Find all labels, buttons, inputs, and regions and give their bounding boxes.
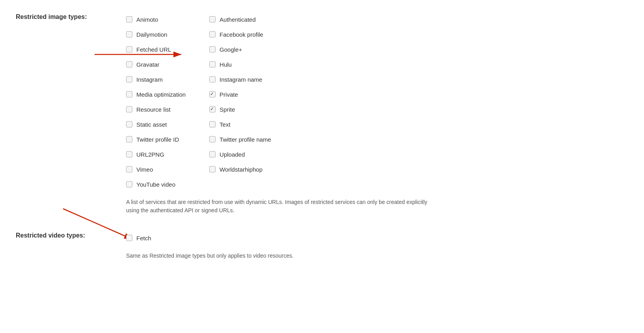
checkbox-item-vimeo: Vimeo <box>126 162 186 177</box>
checkbox-item-private: Private <box>209 87 271 102</box>
checkbox-dailymotion[interactable] <box>126 31 132 37</box>
checkbox-twitter_name[interactable] <box>209 136 216 142</box>
label-resource_list: Resource list <box>136 106 171 113</box>
label-instagram: Instagram <box>136 76 163 83</box>
checkbox-item-resource_list: Resource list <box>126 102 186 117</box>
label-gravatar: Gravatar <box>136 61 159 68</box>
label-dailymotion: Dailymotion <box>136 31 167 38</box>
checkbox-instagram[interactable] <box>126 76 132 82</box>
checkbox-gravatar[interactable] <box>126 61 132 67</box>
checkbox-item-google_plus: Google+ <box>209 42 271 57</box>
checkbox-media_opt[interactable] <box>126 91 132 97</box>
label-facebook: Facebook profile <box>220 31 263 38</box>
checkbox-item-authenticated: Authenticated <box>209 12 271 27</box>
image-col2: AuthenticatedFacebook profileGoogle+Hulu… <box>209 12 271 192</box>
label-fetch: Fetch <box>136 235 151 241</box>
label-hulu: Hulu <box>220 61 232 68</box>
label-authenticated: Authenticated <box>220 16 256 23</box>
image-checkboxes-area: AnimotoDailymotionFetched URLGravatarIns… <box>126 12 441 192</box>
checkbox-item-instagram: Instagram <box>126 72 186 87</box>
checkbox-item-uploaded: Uploaded <box>209 147 271 162</box>
checkbox-hulu[interactable] <box>209 61 216 67</box>
checkbox-sprite[interactable] <box>209 106 216 112</box>
label-text: Text <box>220 121 231 128</box>
restricted-video-section: Restricted video types: Fetch Same as Re… <box>16 230 628 260</box>
checkbox-item-dailymotion: Dailymotion <box>126 27 186 42</box>
label-animoto: Animoto <box>136 16 158 23</box>
checkbox-item-fetched_url: Fetched URL <box>126 42 186 57</box>
label-instagram_name: Instagram name <box>220 76 262 83</box>
checkbox-item-twitter_name: Twitter profile name <box>209 132 271 147</box>
checkbox-fetched_url[interactable] <box>126 46 132 52</box>
checkbox-item-gravatar: Gravatar <box>126 57 186 72</box>
checkbox-uploaded[interactable] <box>209 151 216 157</box>
checkbox-item-media_opt: Media optimization <box>126 87 186 102</box>
label-youtube: YouTube video <box>136 181 175 188</box>
checkbox-fetch[interactable] <box>126 235 132 241</box>
checkbox-item-sprite: Sprite <box>209 102 271 117</box>
checkbox-twitter_id[interactable] <box>126 136 132 142</box>
label-private: Private <box>220 91 238 98</box>
checkbox-item-instagram_name: Instagram name <box>209 72 271 87</box>
checkbox-item-text: Text <box>209 117 271 132</box>
checkbox-authenticated[interactable] <box>209 16 216 22</box>
checkbox-item-fetch: Fetch <box>126 230 294 245</box>
checkbox-vimeo[interactable] <box>126 166 132 172</box>
checkbox-item-facebook: Facebook profile <box>209 27 271 42</box>
checkbox-instagram_name[interactable] <box>209 76 216 82</box>
checkbox-item-animoto: Animoto <box>126 12 186 27</box>
restricted-image-section: Restricted image types: AnimotoDailymoti… <box>16 12 628 215</box>
label-sprite: Sprite <box>220 106 235 113</box>
label-media_opt: Media optimization <box>136 91 186 98</box>
checkbox-item-url2png: URL2PNG <box>126 147 186 162</box>
checkbox-google_plus[interactable] <box>209 46 216 52</box>
label-fetched_url: Fetched URL <box>136 46 171 53</box>
image-col1: AnimotoDailymotionFetched URLGravatarIns… <box>126 12 186 192</box>
checkbox-item-static_asset: Static asset <box>126 117 186 132</box>
checkbox-item-worldstar: Worldstarhiphop <box>209 162 271 177</box>
checkbox-item-hulu: Hulu <box>209 57 271 72</box>
checkbox-worldstar[interactable] <box>209 166 216 172</box>
label-uploaded: Uploaded <box>220 151 245 158</box>
video-col: Fetch <box>126 230 294 245</box>
label-vimeo: Vimeo <box>136 166 153 173</box>
checkbox-item-twitter_id: Twitter profile ID <box>126 132 186 147</box>
checkbox-resource_list[interactable] <box>126 106 132 112</box>
label-static_asset: Static asset <box>136 121 167 128</box>
label-twitter_id: Twitter profile ID <box>136 136 179 143</box>
checkbox-youtube[interactable] <box>126 181 132 187</box>
label-twitter_name: Twitter profile name <box>220 136 271 143</box>
restricted-image-label: Restricted image types: <box>16 12 126 21</box>
label-url2png: URL2PNG <box>136 151 164 158</box>
checkbox-static_asset[interactable] <box>126 121 132 127</box>
restricted-video-label: Restricted video types: <box>16 230 126 239</box>
video-description: Same as Restricted image types but only … <box>126 252 294 260</box>
checkbox-item-youtube: YouTube video <box>126 177 186 192</box>
label-worldstar: Worldstarhiphop <box>220 166 262 173</box>
checkbox-text[interactable] <box>209 121 216 127</box>
image-description: A list of services that are restricted f… <box>126 198 441 215</box>
label-google_plus: Google+ <box>220 46 242 53</box>
checkbox-private[interactable] <box>209 91 216 97</box>
checkbox-facebook[interactable] <box>209 31 216 37</box>
checkbox-url2png[interactable] <box>126 151 132 157</box>
checkbox-animoto[interactable] <box>126 16 132 22</box>
